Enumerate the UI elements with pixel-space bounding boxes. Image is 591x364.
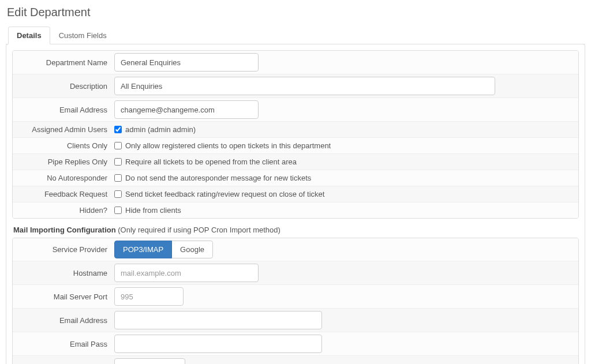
- label-email-pass: Email Pass: [13, 332, 111, 355]
- email-pass-input[interactable]: [114, 335, 322, 353]
- mail-config-table: Service Provider POP3/IMAP Google Hostna…: [12, 238, 579, 364]
- hostname-input[interactable]: [114, 264, 259, 282]
- label-clients-only: Clients Only: [13, 137, 111, 153]
- feedback-request-text: Send ticket feedback rating/review reque…: [125, 190, 324, 198]
- clients-only-checkbox[interactable]: [114, 142, 122, 149]
- tab-details[interactable]: Details: [8, 27, 50, 44]
- tab-custom-fields[interactable]: Custom Fields: [50, 27, 115, 44]
- mail-server-port-input[interactable]: [114, 287, 184, 306]
- service-provider-toggle: POP3/IMAP Google: [114, 241, 213, 258]
- label-hidden: Hidden?: [13, 202, 111, 218]
- label-hostname: Hostname: [13, 261, 111, 284]
- mail-email-address-input[interactable]: [114, 311, 322, 329]
- description-input[interactable]: [114, 77, 495, 95]
- label-feedback-request: Feedback Request: [13, 186, 111, 202]
- label-department-name: Department Name: [13, 51, 111, 74]
- label-assigned-admin-users: Assigned Admin Users: [13, 121, 111, 137]
- label-service-provider: Service Provider: [13, 238, 111, 261]
- details-table: Department Name Description Email Addres…: [12, 50, 579, 219]
- hidden-checkbox[interactable]: [114, 207, 122, 214]
- mail-importing-heading: Mail Importing Configuration (Only requi…: [13, 226, 579, 234]
- admin-user-label: admin (admin admin): [125, 125, 196, 134]
- page-title: Edit Department: [7, 6, 585, 19]
- mail-importing-note: (Only required if using POP Cron Import …: [118, 226, 280, 234]
- admin-user-checkbox[interactable]: [114, 126, 122, 133]
- feedback-request-checkbox[interactable]: [114, 190, 122, 198]
- pipe-replies-only-text: Require all tickets to be opened from th…: [125, 157, 297, 166]
- hidden-text: Hide from clients: [125, 206, 181, 215]
- service-provider-google[interactable]: Google: [172, 241, 213, 258]
- tab-bar: Details Custom Fields: [6, 26, 585, 44]
- form-panel: Department Name Description Email Addres…: [6, 44, 585, 364]
- label-email-address: Email Address: [13, 97, 111, 121]
- no-autoresponder-checkbox[interactable]: [114, 174, 122, 182]
- clients-only-text: Only allow registered clients to open ti…: [125, 141, 331, 150]
- label-no-autoresponder: No Autoresponder: [13, 170, 111, 186]
- label-mail-server-port: Mail Server Port: [13, 284, 111, 308]
- department-name-input[interactable]: [114, 53, 259, 72]
- label-pipe-replies-only: Pipe Replies Only: [13, 153, 111, 170]
- no-autoresponder-text: Do not send the autoresponder message fo…: [125, 174, 311, 182]
- mail-importing-title: Mail Importing Configuration: [13, 226, 116, 234]
- label-description: Description: [13, 74, 111, 97]
- service-provider-pop3[interactable]: POP3/IMAP: [114, 241, 172, 258]
- test-connection-button[interactable]: Test Connection: [114, 358, 185, 364]
- label-mail-email-address: Email Address: [13, 308, 111, 332]
- email-address-input[interactable]: [114, 100, 259, 119]
- pipe-replies-only-checkbox[interactable]: [114, 158, 122, 166]
